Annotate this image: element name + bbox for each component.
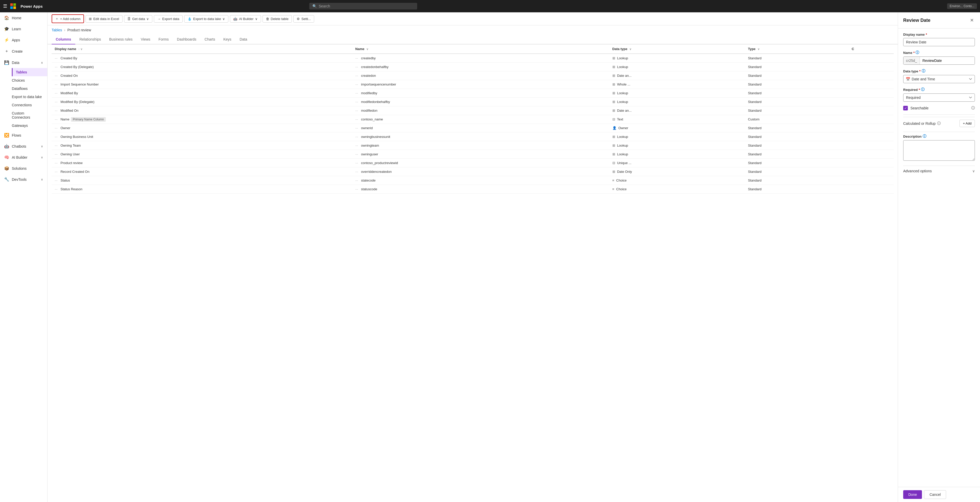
delete-table-button[interactable]: 🗑 Delete table [262,15,292,22]
data-icon: 💾 [4,60,9,65]
breadcrumb-parent[interactable]: Tables [52,28,62,32]
dots-menu[interactable]: ··· [55,65,57,69]
sidebar-item-label: Create [12,49,22,53]
searchable-info-icon[interactable]: ⓘ [971,106,975,110]
tab-forms[interactable]: Forms [154,35,173,44]
dots-menu[interactable]: ··· [355,100,358,104]
tab-data[interactable]: Data [235,35,251,44]
dots-menu[interactable]: ··· [55,109,57,113]
dots-menu[interactable]: ··· [355,109,358,113]
sidebar-item-create[interactable]: ＋ Create [0,46,47,57]
dots-menu[interactable]: ··· [355,83,358,86]
settings-button[interactable]: ⚙ Setti... [293,15,314,22]
dots-menu[interactable]: ··· [355,135,358,139]
advanced-options-row[interactable]: Advanced options ∨ [903,165,975,176]
th-display-name[interactable]: Display name ↑ ∨ [52,44,352,54]
th-type[interactable]: Type ∨ [745,44,849,54]
ai-builder-button[interactable]: 🤖 AI Builder ∨ [230,15,261,22]
required-select[interactable]: Required Optional [903,94,975,102]
name-input[interactable] [920,57,975,64]
dots-menu[interactable]: ··· [55,56,57,60]
sidebar-item-custom-connectors[interactable]: Custom Connectors [12,109,47,121]
sidebar-item-home[interactable]: 🏠 Home [0,12,47,23]
tab-views[interactable]: Views [137,35,154,44]
dots-menu[interactable]: ··· [355,170,358,173]
sidebar-item-ai-builder[interactable]: 🧠 AI Builder ∨ [0,152,47,163]
sidebar-item-connections[interactable]: Connections [12,101,47,109]
dots-menu[interactable]: ··· [355,91,358,95]
close-panel-button[interactable]: ✕ [969,16,975,24]
calc-info-icon[interactable]: ⓘ [937,121,941,126]
cell-c [848,141,894,150]
dots-menu[interactable]: ··· [55,118,57,121]
data-type-info-icon[interactable]: ⓘ [922,69,925,73]
dots-menu[interactable]: ··· [355,143,358,148]
table-row: ··· Status Reason ··· statuscode ≡ Choic… [52,185,894,194]
tab-charts[interactable]: Charts [200,35,219,44]
dots-menu[interactable]: ··· [55,100,57,104]
sidebar-item-dataflows[interactable]: Dataflows [12,84,47,93]
sidebar-item-data[interactable]: 💾 Data ∧ [0,57,47,68]
done-button[interactable]: Done [903,490,922,499]
sidebar-item-apps[interactable]: ⚡ Apps [0,34,47,46]
required-info-icon[interactable]: ⓘ [921,87,924,92]
edit-data-excel-button[interactable]: ⊞ Edit data in Excel [86,15,122,22]
sidebar-item-choices[interactable]: Choices [12,76,47,84]
dots-menu[interactable]: ··· [55,135,57,139]
searchable-checkbox[interactable]: ✓ [903,106,908,110]
dots-menu[interactable]: ··· [355,187,358,191]
dots-menu[interactable]: ··· [55,178,57,182]
dots-menu[interactable]: ··· [355,152,358,156]
export-icon: → [157,17,161,21]
th-data-type[interactable]: Data type ∨ [609,44,745,54]
export-data-button[interactable]: → Export data [154,15,183,22]
cell-type: Standard [745,63,849,71]
tab-columns[interactable]: Columns [52,35,75,44]
description-info-icon[interactable]: ⓘ [923,134,926,139]
dots-menu[interactable]: ··· [355,178,358,182]
data-type-select[interactable]: Date and Time Date Only Text Lookup Whol… [903,75,975,83]
sidebar-item-learn[interactable]: 🎓 Learn [0,23,47,34]
dots-menu[interactable]: ··· [355,56,358,60]
description-textarea[interactable] [903,140,975,161]
dots-menu[interactable]: ··· [55,74,57,78]
dots-menu[interactable]: ··· [55,91,57,95]
dots-menu[interactable]: ··· [355,65,358,69]
sidebar-item-tables[interactable]: Tables [12,68,47,76]
dots-menu[interactable]: ··· [55,83,57,86]
dots-menu[interactable]: ··· [55,161,57,165]
add-calc-button[interactable]: + Add [959,120,975,127]
add-column-button[interactable]: ＋ + Add column [52,14,84,23]
display-name-input[interactable] [903,38,975,46]
hamburger-icon[interactable]: ☰ [3,3,7,9]
sidebar-item-label: DevTools [12,178,27,181]
dots-menu[interactable]: ··· [55,170,57,173]
dots-menu[interactable]: ··· [55,187,57,191]
sidebar-item-solutions[interactable]: 📦 Solutions [0,163,47,174]
search-input[interactable] [319,4,414,8]
dots-menu[interactable]: ··· [355,126,358,130]
chevron-down-icon: ∨ [146,17,149,21]
th-name[interactable]: Name ∨ [352,44,609,54]
sidebar-item-devtools[interactable]: 🔧 DevTools ∨ [0,174,47,185]
tab-relationships[interactable]: Relationships [75,35,105,44]
lake-icon: 💧 [188,17,192,21]
sidebar-item-chatbots[interactable]: 🤖 Chatbots ∨ [0,141,47,152]
sidebar-item-gateways[interactable]: Gateways [12,121,47,130]
cell-data-type: ≡ Choice [609,176,745,185]
sidebar-item-flows[interactable]: 🔀 Flows [0,130,47,141]
dots-menu[interactable]: ··· [55,152,57,156]
dots-menu[interactable]: ··· [55,126,57,130]
dots-menu[interactable]: ··· [355,118,358,121]
tab-keys[interactable]: Keys [220,35,235,44]
sidebar-item-export-data-lake[interactable]: Export to data lake [12,93,47,101]
get-data-button[interactable]: 🗄 Get data ∨ [124,15,153,22]
export-to-data-lake-button[interactable]: 💧 Export to data lake ∨ [184,15,228,22]
cancel-button[interactable]: Cancel [924,490,946,499]
tab-dashboards[interactable]: Dashboards [173,35,200,44]
dots-menu[interactable]: ··· [55,143,57,148]
name-info-icon[interactable]: ⓘ [916,50,919,55]
dots-menu[interactable]: ··· [355,161,358,165]
tab-business-rules[interactable]: Business rules [105,35,137,44]
dots-menu[interactable]: ··· [355,74,358,78]
